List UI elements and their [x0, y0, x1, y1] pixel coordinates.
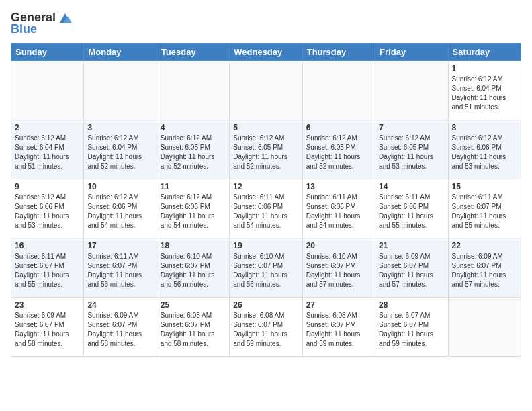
- weekday-header-sunday: Sunday: [11, 44, 84, 61]
- weekday-header-wednesday: Wednesday: [230, 44, 302, 61]
- calendar-day-cell: 15Sunrise: 6:11 AM Sunset: 6:07 PM Dayli…: [448, 179, 521, 238]
- calendar-week-row: 1Sunrise: 6:12 AM Sunset: 6:04 PM Daylig…: [11, 61, 521, 120]
- day-number: 7: [379, 123, 444, 132]
- day-number: 23: [15, 300, 80, 310]
- day-info: Sunrise: 6:12 AM Sunset: 6:05 PM Dayligh…: [306, 134, 371, 171]
- day-number: 1: [452, 64, 517, 73]
- calendar-day-cell: 4Sunrise: 6:12 AM Sunset: 6:05 PM Daylig…: [157, 120, 229, 179]
- calendar-day-cell: 21Sunrise: 6:09 AM Sunset: 6:07 PM Dayli…: [375, 238, 448, 298]
- calendar-week-row: 23Sunrise: 6:09 AM Sunset: 6:07 PM Dayli…: [11, 298, 521, 357]
- day-info: Sunrise: 6:08 AM Sunset: 6:07 PM Dayligh…: [306, 311, 371, 349]
- day-number: 20: [306, 241, 371, 250]
- day-info: Sunrise: 6:12 AM Sunset: 6:04 PM Dayligh…: [15, 134, 80, 171]
- calendar-week-row: 2Sunrise: 6:12 AM Sunset: 6:04 PM Daylig…: [11, 120, 521, 179]
- day-info: Sunrise: 6:12 AM Sunset: 6:06 PM Dayligh…: [452, 134, 517, 171]
- logo-blue-text: Blue: [11, 22, 37, 36]
- day-number: 10: [87, 182, 152, 191]
- calendar-day-cell: [448, 298, 521, 357]
- logo-icon: [57, 12, 72, 24]
- day-number: 28: [379, 300, 444, 310]
- calendar-day-cell: 26Sunrise: 6:08 AM Sunset: 6:07 PM Dayli…: [230, 298, 302, 357]
- day-number: 24: [87, 300, 152, 310]
- day-info: Sunrise: 6:12 AM Sunset: 6:05 PM Dayligh…: [161, 134, 226, 171]
- calendar-day-cell: 17Sunrise: 6:11 AM Sunset: 6:07 PM Dayli…: [84, 238, 157, 298]
- day-number: 6: [306, 123, 371, 132]
- day-number: 12: [233, 182, 298, 191]
- day-number: 22: [452, 241, 517, 250]
- day-info: Sunrise: 6:12 AM Sunset: 6:04 PM Dayligh…: [87, 134, 152, 171]
- weekday-header-friday: Friday: [375, 44, 448, 61]
- day-info: Sunrise: 6:12 AM Sunset: 6:05 PM Dayligh…: [233, 134, 298, 171]
- calendar-day-cell: 18Sunrise: 6:10 AM Sunset: 6:07 PM Dayli…: [157, 238, 229, 298]
- day-info: Sunrise: 6:08 AM Sunset: 6:07 PM Dayligh…: [161, 311, 226, 349]
- calendar-week-row: 16Sunrise: 6:11 AM Sunset: 6:07 PM Dayli…: [11, 238, 521, 298]
- calendar-day-cell: 3Sunrise: 6:12 AM Sunset: 6:04 PM Daylig…: [84, 120, 157, 179]
- day-number: 26: [233, 300, 298, 310]
- calendar-day-cell: 12Sunrise: 6:11 AM Sunset: 6:06 PM Dayli…: [230, 179, 302, 238]
- calendar-day-cell: [84, 61, 157, 120]
- day-info: Sunrise: 6:12 AM Sunset: 6:06 PM Dayligh…: [15, 193, 80, 230]
- day-info: Sunrise: 6:11 AM Sunset: 6:07 PM Dayligh…: [87, 252, 152, 289]
- calendar-day-cell: 24Sunrise: 6:09 AM Sunset: 6:07 PM Dayli…: [84, 298, 157, 357]
- weekday-header-monday: Monday: [84, 44, 157, 61]
- calendar-day-cell: 23Sunrise: 6:09 AM Sunset: 6:07 PM Dayli…: [11, 298, 84, 357]
- calendar-day-cell: [302, 61, 375, 120]
- calendar-day-cell: [157, 61, 229, 120]
- calendar-day-cell: [11, 61, 84, 120]
- calendar-day-cell: 8Sunrise: 6:12 AM Sunset: 6:06 PM Daylig…: [448, 120, 521, 179]
- day-number: 16: [15, 241, 80, 250]
- weekday-header-saturday: Saturday: [448, 44, 521, 61]
- calendar-day-cell: 16Sunrise: 6:11 AM Sunset: 6:07 PM Dayli…: [11, 238, 84, 298]
- day-number: 14: [379, 182, 444, 191]
- calendar-day-cell: 7Sunrise: 6:12 AM Sunset: 6:05 PM Daylig…: [375, 120, 448, 179]
- day-info: Sunrise: 6:07 AM Sunset: 6:07 PM Dayligh…: [379, 311, 444, 349]
- day-info: Sunrise: 6:09 AM Sunset: 6:07 PM Dayligh…: [379, 252, 444, 289]
- day-number: 25: [161, 300, 226, 310]
- day-info: Sunrise: 6:09 AM Sunset: 6:07 PM Dayligh…: [87, 311, 152, 349]
- calendar-day-cell: [375, 61, 448, 120]
- calendar-day-cell: 9Sunrise: 6:12 AM Sunset: 6:06 PM Daylig…: [11, 179, 84, 238]
- day-number: 9: [15, 182, 80, 191]
- calendar-day-cell: [230, 61, 302, 120]
- calendar-day-cell: 13Sunrise: 6:11 AM Sunset: 6:06 PM Dayli…: [302, 179, 375, 238]
- day-number: 13: [306, 182, 371, 191]
- day-info: Sunrise: 6:11 AM Sunset: 6:06 PM Dayligh…: [306, 193, 371, 230]
- calendar-day-cell: 20Sunrise: 6:10 AM Sunset: 6:07 PM Dayli…: [302, 238, 375, 298]
- calendar-day-cell: 5Sunrise: 6:12 AM Sunset: 6:05 PM Daylig…: [230, 120, 302, 179]
- calendar-day-cell: 10Sunrise: 6:12 AM Sunset: 6:06 PM Dayli…: [84, 179, 157, 238]
- day-info: Sunrise: 6:08 AM Sunset: 6:07 PM Dayligh…: [233, 311, 298, 349]
- day-number: 27: [306, 300, 371, 310]
- calendar-day-cell: 28Sunrise: 6:07 AM Sunset: 6:07 PM Dayli…: [375, 298, 448, 357]
- day-info: Sunrise: 6:11 AM Sunset: 6:07 PM Dayligh…: [452, 193, 517, 230]
- day-number: 19: [233, 241, 298, 250]
- calendar-day-cell: 1Sunrise: 6:12 AM Sunset: 6:04 PM Daylig…: [448, 61, 521, 120]
- day-info: Sunrise: 6:11 AM Sunset: 6:06 PM Dayligh…: [379, 193, 444, 230]
- calendar-day-cell: 27Sunrise: 6:08 AM Sunset: 6:07 PM Dayli…: [302, 298, 375, 357]
- calendar-day-cell: 14Sunrise: 6:11 AM Sunset: 6:06 PM Dayli…: [375, 179, 448, 238]
- day-info: Sunrise: 6:10 AM Sunset: 6:07 PM Dayligh…: [233, 252, 298, 289]
- calendar-table: SundayMondayTuesdayWednesdayThursdayFrid…: [11, 43, 521, 357]
- day-info: Sunrise: 6:12 AM Sunset: 6:06 PM Dayligh…: [161, 193, 226, 230]
- day-number: 3: [87, 123, 152, 132]
- day-info: Sunrise: 6:11 AM Sunset: 6:07 PM Dayligh…: [15, 252, 80, 289]
- calendar-day-cell: 19Sunrise: 6:10 AM Sunset: 6:07 PM Dayli…: [230, 238, 302, 298]
- day-info: Sunrise: 6:09 AM Sunset: 6:07 PM Dayligh…: [452, 252, 517, 289]
- day-number: 5: [233, 123, 298, 132]
- day-info: Sunrise: 6:12 AM Sunset: 6:05 PM Dayligh…: [379, 134, 444, 171]
- calendar-day-cell: 6Sunrise: 6:12 AM Sunset: 6:05 PM Daylig…: [302, 120, 375, 179]
- day-number: 17: [87, 241, 152, 250]
- day-info: Sunrise: 6:12 AM Sunset: 6:04 PM Dayligh…: [452, 75, 517, 112]
- calendar-day-cell: 2Sunrise: 6:12 AM Sunset: 6:04 PM Daylig…: [11, 120, 84, 179]
- calendar-day-cell: 22Sunrise: 6:09 AM Sunset: 6:07 PM Dayli…: [448, 238, 521, 298]
- calendar-day-cell: 25Sunrise: 6:08 AM Sunset: 6:07 PM Dayli…: [157, 298, 229, 357]
- weekday-header-row: SundayMondayTuesdayWednesdayThursdayFrid…: [11, 44, 521, 61]
- day-info: Sunrise: 6:10 AM Sunset: 6:07 PM Dayligh…: [306, 252, 371, 289]
- calendar-day-cell: 11Sunrise: 6:12 AM Sunset: 6:06 PM Dayli…: [157, 179, 229, 238]
- day-number: 21: [379, 241, 444, 250]
- day-number: 15: [452, 182, 517, 191]
- page-header: General Blue: [11, 11, 521, 36]
- weekday-header-tuesday: Tuesday: [157, 44, 229, 61]
- day-number: 2: [15, 123, 80, 132]
- day-info: Sunrise: 6:11 AM Sunset: 6:06 PM Dayligh…: [233, 193, 298, 230]
- day-number: 8: [452, 123, 517, 132]
